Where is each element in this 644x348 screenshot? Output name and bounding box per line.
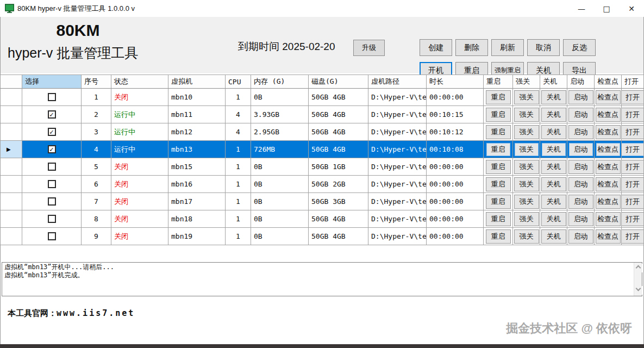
watermark: 掘金技术社区 @ 依依呀 — [506, 320, 632, 337]
row-open-button[interactable]: 打开 — [622, 90, 644, 104]
row-checkpoint-button[interactable]: 检查点 — [596, 177, 621, 191]
row-open-button[interactable]: 打开 — [622, 229, 644, 244]
col-cpu[interactable]: CPU — [226, 75, 251, 89]
col-duration[interactable]: 时长 — [427, 75, 484, 89]
row-restart-button[interactable]: 重启 — [486, 108, 511, 122]
row-checkbox[interactable] — [48, 128, 56, 136]
row-force-off-button[interactable]: 强关 — [514, 90, 539, 104]
row-restart-button[interactable]: 重启 — [486, 195, 511, 209]
col-force-off[interactable]: 强关 — [513, 75, 540, 89]
invert-select-button[interactable]: 反选 — [563, 39, 596, 56]
row-start-button[interactable]: 启动 — [568, 142, 593, 157]
table-row[interactable]: ▶ 6 关闭 mbn16 1 0B 50GB 2GB D:\Hyper-V\te… — [0, 176, 644, 193]
row-shutdown-button[interactable]: 关机 — [541, 160, 566, 174]
row-checkpoint-button[interactable]: 检查点 — [596, 142, 621, 157]
row-start-button[interactable]: 启动 — [568, 229, 593, 244]
col-memory[interactable]: 内存 (G) — [251, 75, 309, 89]
row-restart-button[interactable]: 重启 — [486, 125, 511, 139]
row-checkbox[interactable] — [48, 93, 56, 101]
col-shutdown[interactable]: 关机 — [540, 75, 567, 89]
table-row[interactable]: ▶ 9 关闭 mbn19 1 0B 50GB 4GB D:\Hyper-V\te… — [0, 228, 644, 245]
row-checkbox[interactable] — [48, 215, 56, 223]
row-restart-button[interactable]: 重启 — [486, 160, 511, 174]
row-force-off-button[interactable]: 强关 — [514, 229, 539, 244]
row-open-button[interactable]: 打开 — [622, 108, 644, 122]
row-start-button[interactable]: 启动 — [568, 108, 593, 122]
table-row[interactable]: ▶ 3 运行中 mbn12 4 2.95GB 50GB 4GB D:\Hyper… — [0, 123, 644, 141]
row-shutdown-button[interactable]: 关机 — [541, 212, 566, 226]
col-vm[interactable]: 虚拟机 — [168, 75, 226, 89]
row-restart-button[interactable]: 重启 — [486, 177, 511, 191]
row-force-off-button[interactable]: 强关 — [514, 212, 539, 226]
row-start-button[interactable]: 启动 — [568, 160, 593, 174]
delete-button[interactable]: 删除 — [455, 39, 488, 56]
row-shutdown-button[interactable]: 关机 — [541, 142, 566, 157]
row-restart-button[interactable]: 重启 — [486, 212, 511, 226]
col-disk[interactable]: 磁盘(G) — [309, 75, 368, 89]
col-status[interactable]: 状态 — [111, 75, 168, 89]
row-restart-button[interactable]: 重启 — [486, 142, 511, 157]
table-row[interactable]: ▶ 5 关闭 mbn15 1 0B 50GB 1GB D:\Hyper-V\te… — [0, 158, 644, 176]
row-shutdown-button[interactable]: 关机 — [541, 229, 566, 244]
row-start-button[interactable]: 启动 — [568, 177, 593, 191]
col-seq[interactable]: 序号 — [82, 75, 111, 89]
row-checkpoint-button[interactable]: 检查点 — [596, 90, 621, 104]
table-row[interactable]: ▶ 7 关闭 mbn17 1 0B 50GB 3GB D:\Hyper-V\te… — [0, 193, 644, 210]
cancel-button[interactable]: 取消 — [527, 39, 560, 56]
col-open[interactable]: 打开 — [622, 75, 644, 89]
minimize-button[interactable]: — — [569, 0, 594, 17]
row-force-off-button[interactable]: 强关 — [514, 195, 539, 209]
row-start-button[interactable]: 启动 — [568, 212, 593, 226]
row-force-off-button[interactable]: 强关 — [514, 160, 539, 174]
row-checkbox[interactable] — [48, 197, 56, 206]
row-shutdown-button[interactable]: 关机 — [541, 177, 566, 191]
col-select[interactable]: 选择 — [22, 75, 82, 89]
row-checkpoint-button[interactable]: 检查点 — [596, 229, 621, 244]
row-force-off-button[interactable]: 强关 — [514, 125, 539, 139]
row-open-button[interactable]: 打开 — [622, 142, 644, 157]
row-checkpoint-button[interactable]: 检查点 — [596, 108, 621, 122]
row-start-button[interactable]: 启动 — [568, 195, 593, 209]
col-start[interactable]: 启动 — [567, 75, 595, 89]
close-button[interactable]: ✕ — [619, 0, 644, 17]
table-row[interactable]: ▶ 1 关闭 mbn10 1 0B 50GB 4GB D:\Hyper-V\te… — [0, 89, 644, 106]
row-checkbox[interactable] — [48, 163, 56, 171]
col-checkpoint[interactable]: 检查点 — [595, 75, 622, 89]
row-open-button[interactable]: 打开 — [622, 160, 644, 174]
row-checkpoint-button[interactable]: 检查点 — [596, 195, 621, 209]
scroll-down-icon[interactable] — [634, 286, 642, 295]
row-shutdown-button[interactable]: 关机 — [541, 108, 566, 122]
table-row[interactable]: ▶ 8 关闭 mbn18 1 0B 50GB 4GB D:\Hyper-V\te… — [0, 210, 644, 228]
row-open-button[interactable]: 打开 — [622, 195, 644, 209]
row-start-button[interactable]: 启动 — [568, 125, 593, 139]
upgrade-button[interactable]: 升级 — [353, 40, 385, 56]
maximize-button[interactable]: □ — [594, 0, 619, 17]
row-force-off-button[interactable]: 强关 — [514, 142, 539, 157]
row-restart-button[interactable]: 重启 — [486, 229, 511, 244]
row-shutdown-button[interactable]: 关机 — [541, 90, 566, 104]
row-start-button[interactable]: 启动 — [568, 90, 593, 104]
row-checkpoint-button[interactable]: 检查点 — [596, 160, 621, 174]
table-row[interactable]: ▶ 4 运行中 mbn13 1 726MB 50GB 4GB D:\Hyper-… — [0, 141, 644, 158]
row-restart-button[interactable]: 重启 — [486, 90, 511, 104]
create-button[interactable]: 创建 — [420, 39, 452, 56]
row-checkbox[interactable] — [48, 232, 56, 240]
row-open-button[interactable]: 打开 — [622, 177, 644, 191]
row-checkbox[interactable] — [48, 180, 56, 188]
row-force-off-button[interactable]: 强关 — [514, 108, 539, 122]
table-row[interactable]: ▶ 2 运行中 mbn11 4 3.93GB 50GB 4GB D:\Hyper… — [0, 106, 644, 123]
row-force-off-button[interactable]: 强关 — [514, 177, 539, 191]
row-open-button[interactable]: 打开 — [622, 125, 644, 139]
row-checkpoint-button[interactable]: 检查点 — [596, 212, 621, 226]
row-shutdown-button[interactable]: 关机 — [541, 125, 566, 139]
row-open-button[interactable]: 打开 — [622, 212, 644, 226]
row-checkbox[interactable] — [48, 110, 56, 119]
col-path[interactable]: 虚机路径 — [368, 75, 427, 89]
col-restart[interactable]: 重启 — [484, 75, 513, 89]
row-checkpoint-button[interactable]: 检查点 — [596, 125, 621, 139]
row-shutdown-button[interactable]: 关机 — [541, 195, 566, 209]
log-scrollbar[interactable] — [634, 263, 642, 296]
row-checkbox[interactable] — [48, 145, 56, 153]
refresh-button[interactable]: 刷新 — [491, 39, 524, 56]
scroll-up-icon[interactable] — [634, 264, 642, 272]
